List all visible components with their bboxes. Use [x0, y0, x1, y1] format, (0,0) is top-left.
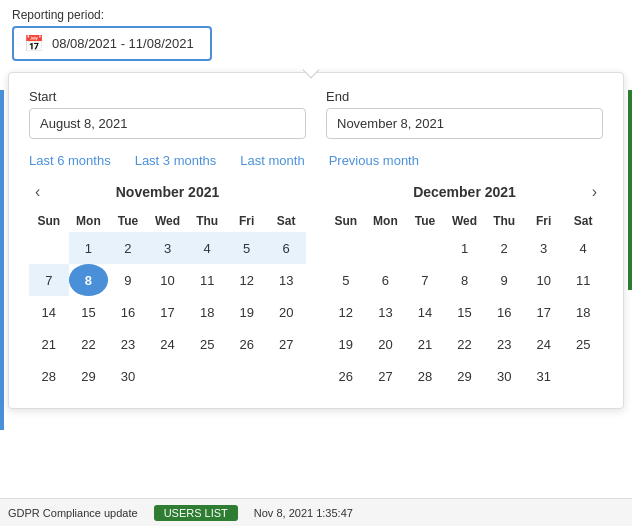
calendar-day[interactable]: 11 [187, 264, 227, 296]
page-wrapper: Reporting period: 📅 08/08/2021 - 11/08/2… [0, 0, 632, 526]
calendar-day[interactable]: 18 [187, 296, 227, 328]
calendar-day[interactable]: 6 [266, 232, 306, 264]
calendar-day[interactable]: 13 [366, 296, 406, 328]
calendar-day[interactable]: 2 [108, 232, 148, 264]
calendar-day [187, 360, 227, 392]
start-date-input[interactable] [29, 108, 306, 139]
col-wed-dec: Wed [445, 210, 485, 232]
end-date-group: End [326, 89, 603, 139]
datepicker-dropdown: Start End Last 6 months Last 3 months La… [8, 72, 624, 409]
prev-month-button[interactable]: ‹ [29, 182, 46, 202]
start-date-group: Start [29, 89, 306, 139]
calendar-day[interactable]: 8 [69, 264, 109, 296]
last-month-link[interactable]: Last month [240, 153, 304, 168]
calendar-day[interactable]: 9 [484, 264, 524, 296]
calendar-day[interactable]: 26 [227, 328, 266, 360]
col-sat-dec: Sat [563, 210, 603, 232]
last-6-months-link[interactable]: Last 6 months [29, 153, 111, 168]
calendar-day[interactable]: 12 [227, 264, 266, 296]
calendar-day[interactable]: 7 [29, 264, 69, 296]
calendar-day[interactable]: 28 [405, 360, 445, 392]
calendar-day[interactable]: 22 [445, 328, 485, 360]
calendar-day[interactable]: 10 [524, 264, 563, 296]
calendar-november-title: November 2021 [116, 184, 220, 200]
calendar-day[interactable]: 15 [69, 296, 109, 328]
calendar-day[interactable]: 25 [563, 328, 603, 360]
calendar-day[interactable]: 7 [405, 264, 445, 296]
col-fri-dec: Fri [524, 210, 563, 232]
calendar-day[interactable]: 29 [69, 360, 109, 392]
calendar-day[interactable]: 23 [108, 328, 148, 360]
calendar-day[interactable]: 12 [326, 296, 366, 328]
status-gdpr: GDPR Compliance update [8, 507, 138, 519]
status-timestamp: Nov 8, 2021 1:35:47 [254, 507, 353, 519]
calendar-day [405, 232, 445, 264]
calendar-day[interactable]: 10 [148, 264, 188, 296]
calendar-day[interactable]: 14 [405, 296, 445, 328]
calendar-day[interactable]: 8 [445, 264, 485, 296]
end-label: End [326, 89, 603, 104]
calendar-day[interactable]: 6 [366, 264, 406, 296]
calendar-day[interactable]: 24 [524, 328, 563, 360]
calendar-day[interactable]: 27 [366, 360, 406, 392]
calendar-day[interactable]: 1 [69, 232, 109, 264]
calendar-day[interactable]: 2 [484, 232, 524, 264]
calendar-day[interactable]: 30 [108, 360, 148, 392]
calendar-day[interactable]: 3 [148, 232, 188, 264]
calendar-november-header: ‹ November 2021 [29, 184, 306, 200]
reporting-period-input[interactable]: 📅 08/08/2021 - 11/08/2021 [12, 26, 212, 61]
calendar-day[interactable]: 5 [326, 264, 366, 296]
calendar-day[interactable]: 16 [484, 296, 524, 328]
calendar-day[interactable]: 15 [445, 296, 485, 328]
calendar-day[interactable]: 4 [563, 232, 603, 264]
date-inputs-row: Start End [29, 89, 603, 139]
calendar-day[interactable]: 20 [366, 328, 406, 360]
next-month-button[interactable]: › [586, 182, 603, 202]
calendar-november-grid: Sun Mon Tue Wed Thu Fri Sat 123456789101… [29, 210, 306, 392]
previous-month-link[interactable]: Previous month [329, 153, 419, 168]
calendar-day[interactable]: 25 [187, 328, 227, 360]
calendar-december-title: December 2021 [413, 184, 516, 200]
calendar-day[interactable]: 16 [108, 296, 148, 328]
calendar-day[interactable]: 5 [227, 232, 266, 264]
calendar-day[interactable]: 18 [563, 296, 603, 328]
status-users-btn[interactable]: USERS LIST [154, 505, 238, 521]
calendar-december: December 2021 › Sun Mon Tue Wed Thu Fri … [326, 184, 603, 392]
calendar-day[interactable]: 30 [484, 360, 524, 392]
calendar-day[interactable]: 21 [29, 328, 69, 360]
calendar-day [366, 232, 406, 264]
calendar-december-grid: Sun Mon Tue Wed Thu Fri Sat 123456789101… [326, 210, 603, 392]
end-date-input[interactable] [326, 108, 603, 139]
calendar-day [563, 360, 603, 392]
col-sat-nov: Sat [266, 210, 306, 232]
last-3-months-link[interactable]: Last 3 months [135, 153, 217, 168]
calendar-day[interactable]: 19 [227, 296, 266, 328]
calendar-day[interactable]: 4 [187, 232, 227, 264]
calendar-day[interactable]: 28 [29, 360, 69, 392]
calendar-day[interactable]: 24 [148, 328, 188, 360]
calendar-day [29, 232, 69, 264]
calendar-day[interactable]: 17 [148, 296, 188, 328]
calendar-day[interactable]: 31 [524, 360, 563, 392]
calendar-day[interactable]: 13 [266, 264, 306, 296]
calendar-day [227, 360, 266, 392]
calendar-day[interactable]: 29 [445, 360, 485, 392]
calendar-day[interactable]: 22 [69, 328, 109, 360]
calendar-day[interactable]: 27 [266, 328, 306, 360]
calendar-day[interactable]: 14 [29, 296, 69, 328]
reporting-period-bar: Reporting period: 📅 08/08/2021 - 11/08/2… [0, 0, 632, 61]
calendar-day[interactable]: 17 [524, 296, 563, 328]
calendar-day[interactable]: 21 [405, 328, 445, 360]
calendar-day [148, 360, 188, 392]
col-tue-nov: Tue [108, 210, 148, 232]
calendar-day[interactable]: 3 [524, 232, 563, 264]
calendar-day[interactable]: 1 [445, 232, 485, 264]
reporting-period-value: 08/08/2021 - 11/08/2021 [52, 36, 194, 51]
calendar-day[interactable]: 23 [484, 328, 524, 360]
calendars-row: ‹ November 2021 Sun Mon Tue Wed Thu Fri … [29, 184, 603, 392]
calendar-day[interactable]: 20 [266, 296, 306, 328]
calendar-day[interactable]: 26 [326, 360, 366, 392]
calendar-day[interactable]: 9 [108, 264, 148, 296]
calendar-day[interactable]: 11 [563, 264, 603, 296]
calendar-day[interactable]: 19 [326, 328, 366, 360]
